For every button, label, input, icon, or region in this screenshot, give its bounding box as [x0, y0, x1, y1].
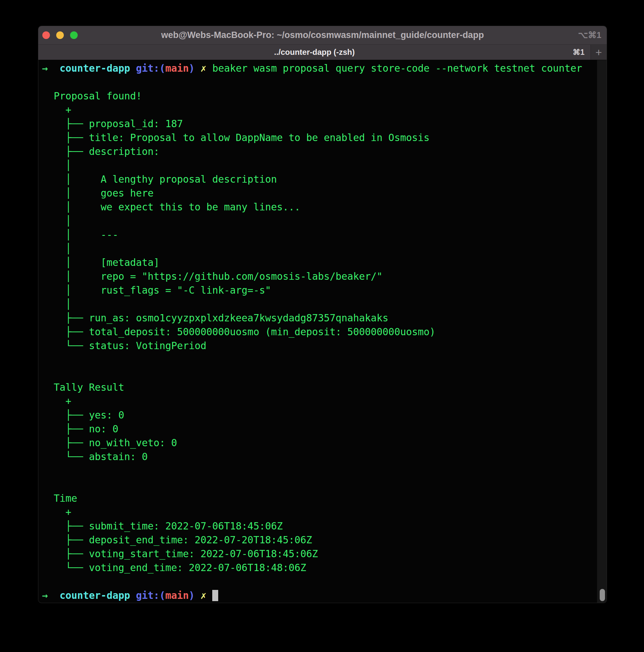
terminal-text-segment: counter-dapp: [59, 63, 130, 74]
terminal-line: ├── description:: [42, 145, 595, 159]
terminal-text-segment: │ [metadata]: [42, 257, 159, 268]
terminal-line: +: [42, 103, 595, 117]
terminal-text-segment: main: [165, 590, 189, 601]
window-titlebar[interactable]: web@Webs-MacBook-Pro: ~/osmo/cosmwasm/ma…: [38, 26, 607, 45]
terminal-text-segment: │ repo = "https://github.com/osmosis-lab…: [42, 271, 383, 282]
tab-title: ../counter-dapp (-zsh): [274, 48, 355, 57]
terminal-line: +: [42, 505, 595, 519]
terminal-line: │ repo = "https://github.com/osmosis-lab…: [42, 270, 595, 283]
terminal-text-segment: ├── proposal_id: 187: [42, 118, 183, 130]
terminal-text-segment: [130, 590, 136, 601]
terminal-line: [42, 75, 595, 89]
terminal-text-segment: git:(: [136, 590, 165, 601]
terminal-window: web@Webs-MacBook-Pro: ~/osmo/cosmwasm/ma…: [38, 26, 607, 603]
terminal-text-segment: ├── deposit_end_time: 2022-07-20T18:45:0…: [42, 535, 312, 546]
terminal-text-segment: ├── submit_time: 2022-07-06T18:45:06Z: [42, 520, 283, 532]
terminal-line: │ goes here: [42, 186, 595, 200]
plus-icon: +: [595, 46, 602, 59]
terminal-line: ├── deposit_end_time: 2022-07-20T18:45:0…: [42, 533, 595, 547]
terminal-text-segment: │: [42, 299, 71, 310]
terminal-text-segment: ): [189, 63, 195, 74]
terminal-text-segment: ├── total_deposit: 500000000uosmo (min_d…: [42, 326, 435, 337]
terminal-line: [42, 464, 595, 478]
terminal-text-segment: ): [189, 590, 195, 601]
terminal-text-segment: └── status: VotingPeriod: [42, 340, 206, 351]
close-button[interactable]: [42, 31, 50, 39]
terminal-text-segment: Proposal found!: [42, 90, 142, 102]
terminal-text-segment: │ we expect this to be many lines...: [42, 201, 300, 213]
terminal-cursor: [212, 590, 218, 601]
terminal-line: │: [42, 242, 595, 256]
terminal-text-segment: beaker wasm proposal query store-code --…: [212, 63, 582, 74]
terminal-text-segment: ├── yes: 0: [42, 410, 124, 421]
terminal-line: │ ---: [42, 228, 595, 242]
terminal-line: [42, 353, 595, 366]
terminal-text-segment: counter-dapp: [59, 590, 130, 601]
terminal-content[interactable]: → counter-dapp git:(main) ✗ beaker wasm …: [38, 60, 607, 603]
terminal-line: └── voting_end_time: 2022-07-06T18:48:06…: [42, 561, 595, 575]
terminal-line: ├── no_with_veto: 0: [42, 436, 595, 450]
terminal-line: ├── proposal_id: 187: [42, 117, 595, 131]
terminal-line: Proposal found!: [42, 89, 595, 103]
terminal-line: │: [42, 214, 595, 228]
terminal-text-segment: ├── no: 0: [42, 424, 118, 435]
terminal-line: ├── total_deposit: 500000000uosmo (min_d…: [42, 325, 595, 339]
terminal-line: │ [metadata]: [42, 256, 595, 270]
terminal-text-segment: │ ---: [42, 229, 118, 241]
terminal-text-segment: │: [42, 243, 71, 254]
terminal-text-segment: main: [165, 63, 189, 74]
tab-bar: ../counter-dapp (-zsh) ⌘1 +: [38, 45, 607, 60]
terminal-text-segment: ├── no_with_veto: 0: [42, 437, 177, 449]
terminal-text-segment: +: [42, 507, 71, 518]
terminal-text-segment: │: [42, 215, 71, 226]
terminal-text-segment: Tally Result: [42, 382, 124, 393]
terminal-text-segment: →: [42, 63, 48, 74]
terminal-line: ├── run_as: osmo1cyyzpxplxdzkeea7kwsydad…: [42, 311, 595, 325]
terminal-line: Tally Result: [42, 380, 595, 395]
terminal-text-segment: │ rust_flags = "-C link-arg=-s": [42, 285, 271, 296]
terminal-text-segment: │ goes here: [42, 188, 153, 199]
terminal-line: ├── no: 0: [42, 422, 595, 436]
terminal-text-segment: [48, 590, 60, 601]
terminal-line: ├── title: Proposal to allow DappName to…: [42, 131, 595, 145]
terminal-text-segment: ├── title: Proposal to allow DappName to…: [42, 132, 430, 143]
terminal-line: │: [42, 159, 595, 172]
terminal-text-segment: Time: [42, 493, 77, 504]
terminal-text-segment: ├── description:: [42, 146, 159, 157]
terminal-line: ├── submit_time: 2022-07-06T18:45:06Z: [42, 519, 595, 533]
terminal-text-segment: [206, 590, 212, 601]
scrollbar-track[interactable]: [597, 60, 607, 603]
terminal-text-segment: ├── run_as: osmo1cyyzpxplxdzkeea7kwsydad…: [42, 313, 388, 324]
terminal-line: │ we expect this to be many lines...: [42, 200, 595, 214]
terminal-line: │ rust_flags = "-C link-arg=-s": [42, 283, 595, 297]
tab-shortcut-badge: ⌘1: [573, 45, 585, 60]
terminal-text-segment: ✗: [201, 63, 207, 74]
terminal-line: +: [42, 395, 595, 408]
zoom-button[interactable]: [70, 31, 78, 39]
terminal-line: │ A lengthy proposal description: [42, 172, 595, 186]
terminal-line: └── status: VotingPeriod: [42, 339, 595, 353]
terminal-line: [42, 366, 595, 380]
terminal-text-segment: └── abstain: 0: [42, 451, 148, 462]
terminal-text-segment: →: [42, 590, 48, 601]
terminal-line: Time: [42, 491, 595, 505]
terminal-text-segment: [130, 63, 136, 74]
terminal-text-segment: [195, 590, 201, 601]
terminal-line: → counter-dapp git:(main) ✗ beaker wasm …: [42, 61, 595, 75]
terminal-text-segment: [48, 63, 60, 74]
tab-counter-dapp[interactable]: ../counter-dapp (-zsh) ⌘1: [38, 45, 590, 60]
terminal-text-segment: [206, 63, 212, 74]
terminal-text-segment: │ A lengthy proposal description: [42, 174, 277, 185]
terminal-line: ├── yes: 0: [42, 408, 595, 422]
terminal-text-segment: [195, 63, 201, 74]
terminal-text-segment: +: [42, 396, 71, 407]
terminal-text-segment: │: [42, 160, 71, 171]
terminal-text-segment: ✗: [201, 590, 207, 601]
terminal-line: [42, 575, 595, 589]
terminal-text-segment: └── voting_end_time: 2022-07-06T18:48:06…: [42, 562, 306, 573]
minimize-button[interactable]: [56, 31, 64, 39]
terminal-text-segment: +: [42, 104, 71, 116]
scrollbar-thumb[interactable]: [600, 589, 605, 601]
new-tab-button[interactable]: +: [590, 45, 607, 60]
terminal-text-segment: git:(: [136, 63, 165, 74]
